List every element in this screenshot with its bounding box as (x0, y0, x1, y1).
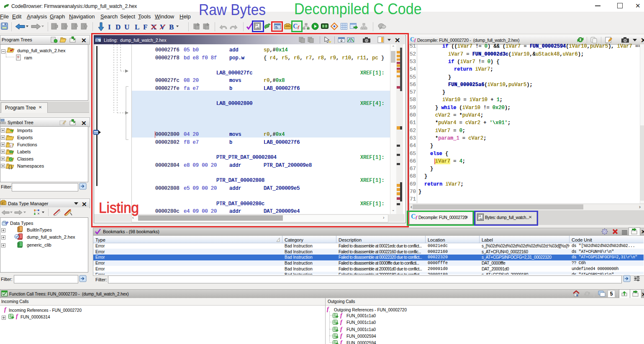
svg-text:01: 01 (2, 202, 5, 205)
svg-text:{ }: { } (8, 165, 13, 169)
svg-text:C: C (10, 158, 12, 161)
